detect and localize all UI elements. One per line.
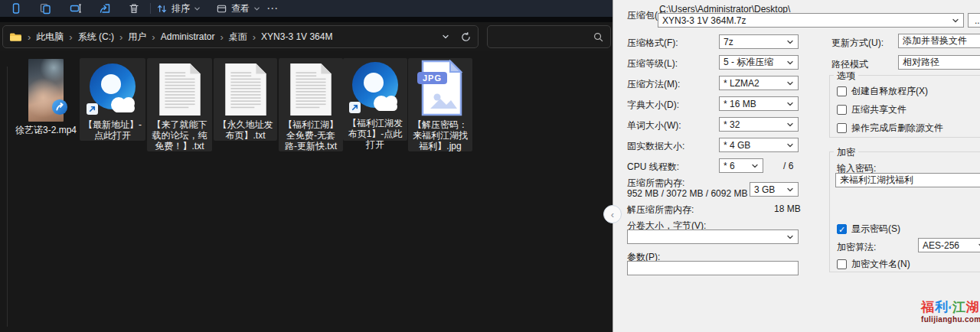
explorer-toolbar: 排序 查看 ⋯ [0, 0, 612, 17]
view-button[interactable]: 查看 [216, 0, 260, 17]
breadcrumb-item-users[interactable]: 用户 [128, 31, 146, 44]
more-options-label: ⋯ [266, 2, 278, 15]
memory-combo[interactable]: 3 GB [750, 182, 799, 197]
breadcrumb-separator: › [119, 31, 122, 43]
file-item-video[interactable]: 徐艺诺3-2.mp4 [12, 56, 80, 135]
format-label: 压缩格式(F): [627, 37, 678, 50]
file-item-text[interactable]: 【福利江湖】全免费-无套路-更新快.txt [279, 58, 343, 151]
breadcrumb-separator: › [152, 31, 155, 43]
watermark-char: 湖 [966, 300, 979, 314]
word-size-label: 单词大小(W): [627, 119, 681, 132]
sort-button[interactable]: 排序 [156, 0, 201, 17]
watermark-char: 利 [935, 300, 948, 314]
parameters-input[interactable] [627, 261, 799, 275]
solid-size-combo[interactable]: * 4 GB [719, 138, 799, 152]
encrypt-filenames-label: 加密文件名(N) [851, 258, 910, 271]
dictionary-combo[interactable]: * 16 MB [719, 96, 799, 111]
update-mode-value: 添加并替换文件 [903, 34, 980, 47]
show-password-option[interactable]: ✓ 显示密码(S) [837, 223, 900, 236]
address-row: › 此电脑 › 系统 (C:) › 用户 › Administrator › 桌… [0, 22, 612, 51]
copy-icon[interactable] [35, 0, 55, 17]
more-options-button[interactable]: ⋯ [266, 0, 278, 17]
collapse-handle[interactable]: ‹ [603, 205, 622, 223]
checkbox-unchecked-icon[interactable] [837, 259, 847, 269]
file-item-text[interactable]: 【永久地址发布页】.txt [214, 58, 277, 141]
dictionary-value: * 16 MB [724, 99, 783, 109]
level-combo[interactable]: 5 - 标准压缩 [719, 55, 799, 70]
address-dropdown-chevron-icon[interactable] [442, 33, 449, 41]
option-compress-shared[interactable]: 压缩共享文件 [837, 103, 906, 116]
update-mode-combo[interactable]: 添加并替换文件 [898, 34, 980, 48]
file-name: 【福利江湖】全免费-无套路-更新快.txt [279, 119, 343, 151]
option-delete-after[interactable]: 操作完成后删除源文件 [837, 122, 943, 135]
archive-name-combo[interactable]: XYN3-3 1V 364M.7z [658, 13, 964, 28]
delete-icon[interactable] [124, 0, 144, 17]
breadcrumb-separator: › [220, 31, 223, 43]
word-size-combo[interactable]: * 32 [719, 117, 799, 132]
format-value: 7z [724, 37, 783, 47]
checkbox-checked-icon[interactable]: ✓ [837, 224, 847, 234]
file-item-shortcut[interactable]: 【最新地址】-点此打开 [80, 58, 145, 141]
toolbar-separator [150, 3, 151, 14]
method-combo[interactable]: * LZMA2 [719, 76, 799, 90]
address-bar[interactable]: › 此电脑 › 系统 (C:) › 用户 › Administrator › 桌… [2, 25, 479, 48]
breadcrumb-item-administrator[interactable]: Administrator [161, 31, 215, 42]
memory-decompress-label: 解压缩所需内存: [627, 203, 694, 216]
sort-label: 排序 [172, 2, 190, 15]
breadcrumb-item-current-folder[interactable]: XYN3-3 1V 364M [261, 31, 332, 42]
encrypt-filenames-option[interactable]: 加密文件名(N) [837, 258, 910, 271]
word-size-value: * 32 [724, 119, 783, 130]
encryption-method-value: AES-256 [923, 240, 975, 251]
breadcrumb-item-this-pc[interactable]: 此电脑 [36, 31, 64, 44]
file-name: 【永久地址发布页】.txt [214, 119, 277, 141]
watermark-domain: fulijianghu.com [921, 315, 979, 324]
path-mode-combo[interactable]: 相对路径 [898, 55, 980, 70]
file-item-text[interactable]: 【来了就能下载的论坛，纯免费！】.txt [147, 58, 212, 151]
shortcut-arrow-icon [349, 102, 361, 113]
option-create-sfx[interactable]: 创建自释放程序(X) [837, 85, 928, 98]
breadcrumb-item-drive-c[interactable]: 系统 (C:) [78, 31, 114, 44]
encryption-method-combo[interactable]: AES-256 [918, 238, 980, 252]
show-password-label: 显示密码(S) [851, 223, 900, 236]
breadcrumb-item-desktop[interactable]: 桌面 [229, 31, 247, 44]
cpu-threads-value: * 6 [724, 161, 748, 171]
checkbox-unchecked-icon[interactable] [837, 123, 847, 133]
format-combo[interactable]: 7z [719, 34, 799, 49]
text-file-icon [224, 63, 267, 116]
file-item-shortcut[interactable]: 【福利江湖发布页1】-点此打开 [343, 58, 407, 141]
view-icon [216, 3, 227, 15]
volume-size-combo[interactable] [627, 229, 799, 244]
pane-divider [7, 67, 8, 327]
shortcut-arrow-icon [87, 103, 98, 115]
toolbar-divider [0, 17, 612, 22]
method-value: * LZMA2 [724, 78, 783, 89]
checkbox-unchecked-icon[interactable] [837, 86, 847, 96]
cpu-threads-max: / 6 [783, 161, 793, 171]
password-input[interactable]: 来福利江湖找福利 [835, 173, 980, 187]
browse-button[interactable]: ... [968, 13, 980, 28]
refresh-icon[interactable] [460, 31, 472, 43]
solid-size-label: 固实数据大小: [627, 140, 684, 153]
mouse-icon [949, 300, 952, 314]
breadcrumb-separator: › [69, 31, 72, 43]
solid-size-value: * 4 GB [724, 140, 783, 151]
file-explorer-window: 排序 查看 ⋯ › 此电脑 › 系统 (C:) › 用户 › Administr… [0, 0, 612, 332]
add-to-archive-dialog: 压缩包(A) C:\Users\Administrator\Desktop\ X… [612, 0, 980, 332]
search-box[interactable] [487, 25, 611, 48]
checkbox-unchecked-icon[interactable] [837, 105, 847, 115]
cpu-threads-combo[interactable]: * 6 [719, 158, 763, 173]
path-mode-value: 相对路径 [903, 56, 980, 69]
video-thumbnail [28, 59, 64, 122]
paste-icon[interactable] [6, 0, 26, 17]
search-input[interactable] [494, 31, 593, 42]
file-list-area[interactable]: 徐艺诺3-2.mp4 【最新地址】-点此打开 【来了就能下载的论坛，纯免费！】.… [0, 51, 612, 332]
memory-decompress-value: 18 MB [774, 203, 801, 214]
watermark-char: 福 [921, 300, 934, 314]
watermark-char: 江 [952, 300, 965, 314]
share-icon[interactable] [95, 0, 115, 17]
level-label: 压缩等级(L): [627, 57, 678, 70]
file-item-image[interactable]: JPG 【解压密码：来福利江湖找福利】.jpg [408, 58, 472, 151]
play-badge-icon [51, 99, 68, 119]
update-mode-label: 更新方式(U): [831, 37, 884, 50]
rename-icon[interactable] [66, 0, 86, 17]
